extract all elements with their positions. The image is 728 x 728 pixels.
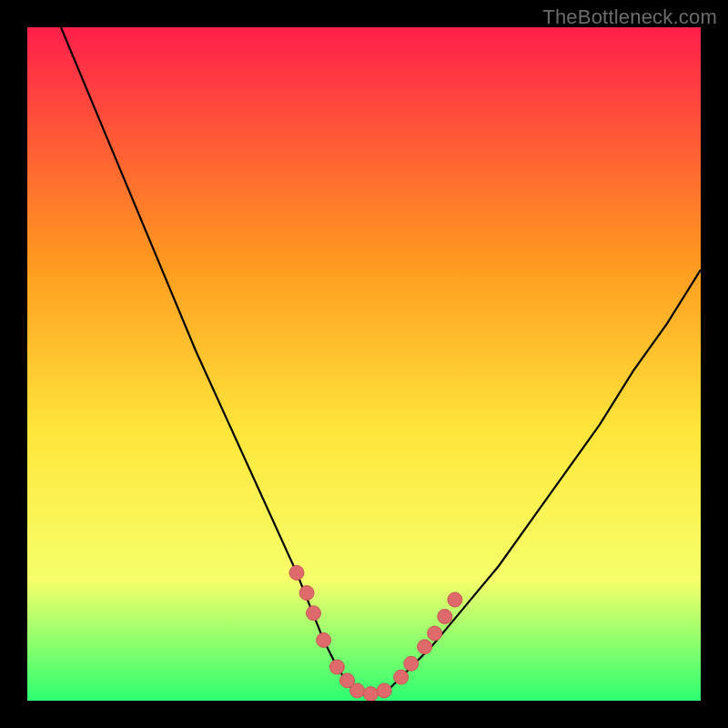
marker-point	[438, 610, 452, 624]
gradient-background	[27, 27, 701, 701]
marker-point	[289, 565, 304, 580]
marker-point	[418, 640, 432, 654]
marker-point	[428, 626, 442, 641]
marker-point	[363, 687, 378, 701]
marker-point	[299, 586, 314, 601]
chart-frame	[27, 27, 701, 701]
marker-point	[377, 683, 391, 698]
watermark-text: TheBottleneck.com	[542, 5, 717, 29]
marker-point	[307, 606, 321, 621]
marker-point	[394, 670, 409, 684]
marker-point	[317, 632, 331, 647]
bottleneck-chart	[27, 27, 701, 701]
marker-point	[329, 660, 344, 674]
marker-point	[448, 592, 462, 607]
marker-point	[350, 683, 365, 698]
marker-point	[404, 656, 419, 671]
